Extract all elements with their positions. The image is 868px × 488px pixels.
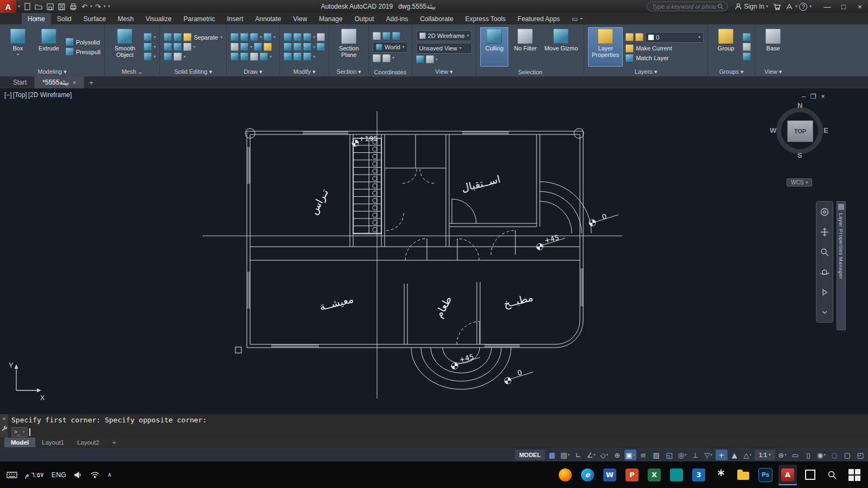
stretch-icon[interactable] — [284, 53, 292, 61]
rotate-icon[interactable] — [293, 33, 302, 41]
subtract-icon[interactable] — [174, 33, 182, 41]
layer-freeze-icon[interactable] — [635, 33, 643, 41]
viewcube-top-face[interactable]: TOP — [787, 120, 813, 142]
file-explorer-icon[interactable] — [734, 465, 752, 485]
union-icon[interactable] — [164, 33, 172, 41]
line-icon[interactable] — [231, 33, 239, 41]
close-button[interactable]: × — [852, 0, 868, 13]
minimize-button[interactable]: — — [819, 0, 835, 13]
isometric-drafting-icon[interactable]: ◇▾ — [598, 450, 610, 460]
group-button[interactable]: Group — [712, 27, 740, 67]
pan-icon[interactable] — [818, 224, 832, 240]
polyline-icon[interactable] — [240, 33, 248, 41]
showmotion-icon[interactable] — [818, 285, 832, 300]
new-layout-button[interactable]: + — [106, 438, 123, 447]
selection-cycling-icon[interactable]: ◱ — [663, 450, 675, 460]
move-gizmo-button[interactable]: Move Gizmo — [542, 27, 580, 67]
start-button[interactable] — [845, 465, 864, 485]
panel-label-modify[interactable]: Modify ▾ — [280, 68, 329, 75]
tab-mesh[interactable]: Mesh — [112, 13, 139, 24]
taskbar-search-icon[interactable] — [823, 465, 841, 485]
viewport-close-icon[interactable]: × — [821, 93, 825, 100]
ucs-dropdown[interactable]: World▾ — [373, 42, 408, 53]
dynamic-ucs-icon[interactable]: ⊥ — [690, 450, 701, 460]
redo-caret-icon[interactable]: ▾ — [104, 4, 106, 9]
orbit-icon[interactable] — [818, 265, 832, 280]
ucs-more-caret-icon[interactable]: ▾ — [392, 56, 394, 60]
viewport-restore-icon[interactable]: ❐ — [810, 93, 816, 100]
gizmo-icon[interactable]: + — [716, 450, 727, 460]
move-icon[interactable] — [284, 33, 292, 41]
file-tab-drawing[interactable]: بيئة5555*× — [35, 76, 84, 88]
object-snap-tracking-icon[interactable]: ⊕ — [611, 450, 623, 460]
powerpoint-icon[interactable]: P — [623, 465, 641, 485]
speaker-icon[interactable] — [74, 471, 82, 479]
scale-icon[interactable] — [293, 53, 302, 61]
isolate-objects-icon[interactable]: ◌ — [828, 450, 840, 460]
viewport-config-icon[interactable] — [426, 55, 434, 63]
shell-caret-icon[interactable]: ▾ — [183, 55, 186, 59]
user-icon[interactable] — [732, 1, 744, 12]
layer-dropdown[interactable]: 0▾ — [645, 32, 704, 43]
panel-label-mesh[interactable]: Mesh ⌄ — [105, 68, 159, 75]
intersect-icon[interactable] — [164, 43, 172, 51]
gradient-icon[interactable] — [264, 43, 272, 51]
3ds-max-icon[interactable]: 3 — [690, 465, 708, 485]
tab-surface[interactable]: Surface — [78, 13, 112, 24]
layout-tab-layout1[interactable]: Layout1 — [35, 438, 71, 447]
layer-on-off-icon[interactable] — [626, 33, 634, 41]
base-button[interactable]: Base — [759, 27, 787, 67]
save-icon[interactable] — [44, 1, 56, 12]
polysolid-button[interactable]: Polysolid — [66, 38, 100, 46]
ellipse-icon[interactable] — [240, 43, 248, 51]
viewcube-south[interactable]: S — [797, 151, 802, 159]
command-close-icon[interactable]: × — [2, 416, 5, 422]
ucs-3point-icon[interactable] — [382, 54, 391, 62]
transparency-icon[interactable]: ▨ — [650, 450, 662, 460]
visual-style-dropdown[interactable]: 2D Wireframe▾ — [416, 30, 473, 41]
undo-icon[interactable]: ↶ — [79, 1, 90, 12]
fillet-icon[interactable] — [303, 43, 311, 51]
panel-label-coordinates[interactable]: Coordinates — [369, 69, 412, 75]
grid-display-icon[interactable]: ▦ — [546, 450, 558, 460]
annotation-monitor-icon[interactable]: ▭ — [789, 450, 801, 460]
ucs-z-axis-icon[interactable] — [373, 54, 381, 62]
app-store-cart-icon[interactable] — [771, 1, 783, 12]
mesh-refine-icon[interactable] — [144, 43, 152, 51]
tab-home[interactable]: Home — [22, 13, 51, 24]
ucs-icon[interactable] — [373, 32, 381, 40]
workspace-switching-icon[interactable]: ⊛▾ — [776, 450, 788, 460]
presspull-button[interactable]: Presspull — [66, 48, 100, 56]
array-icon[interactable] — [303, 53, 311, 61]
construction-line-icon[interactable] — [240, 53, 248, 61]
erase-icon[interactable] — [317, 33, 325, 41]
tab-addins[interactable]: Add-ins — [380, 13, 414, 24]
lineweight-icon[interactable]: ≡ — [637, 450, 649, 460]
tab-solid[interactable]: Solid — [51, 13, 78, 24]
annotation-autoscale-icon[interactable]: △▾ — [742, 450, 754, 460]
new-file-icon[interactable] — [22, 1, 33, 12]
search-icon[interactable] — [717, 3, 724, 10]
tab-parametric[interactable]: Parametric — [177, 13, 221, 24]
group-edit-icon[interactable] — [743, 43, 751, 51]
panel-label-groups[interactable]: Groups ▾ — [708, 68, 755, 75]
region-icon[interactable] — [260, 53, 268, 61]
layout-tab-model[interactable]: Model — [4, 438, 35, 447]
polar-tracking-icon[interactable]: ∠▾ — [585, 450, 597, 460]
excel-icon[interactable]: X — [645, 465, 663, 485]
network-wifi-icon[interactable] — [90, 471, 100, 478]
tab-featured-apps[interactable]: Featured Apps — [512, 13, 566, 24]
box-button[interactable]: Box▾ — [4, 27, 32, 67]
snap-mode-icon[interactable]: ▤▾ — [559, 450, 571, 460]
ucs-origin-icon[interactable] — [392, 32, 400, 40]
ucs-world-icon[interactable] — [382, 32, 391, 40]
annotation-scale-button[interactable]: 1:1▾ — [755, 450, 775, 460]
ribbon-display-toggle-icon[interactable]: ▭ ▾ — [566, 13, 588, 24]
mesh-smooth-more-icon[interactable] — [144, 33, 152, 41]
hatch-icon[interactable] — [254, 43, 262, 51]
teal-app-icon[interactable] — [667, 465, 686, 485]
thicken-icon[interactable] — [164, 53, 172, 61]
panel-label-draw[interactable]: Draw ▾ — [227, 68, 279, 75]
autocad-logo-icon[interactable]: A — [0, 0, 16, 13]
tab-visualize[interactable]: Visualize — [139, 13, 177, 24]
